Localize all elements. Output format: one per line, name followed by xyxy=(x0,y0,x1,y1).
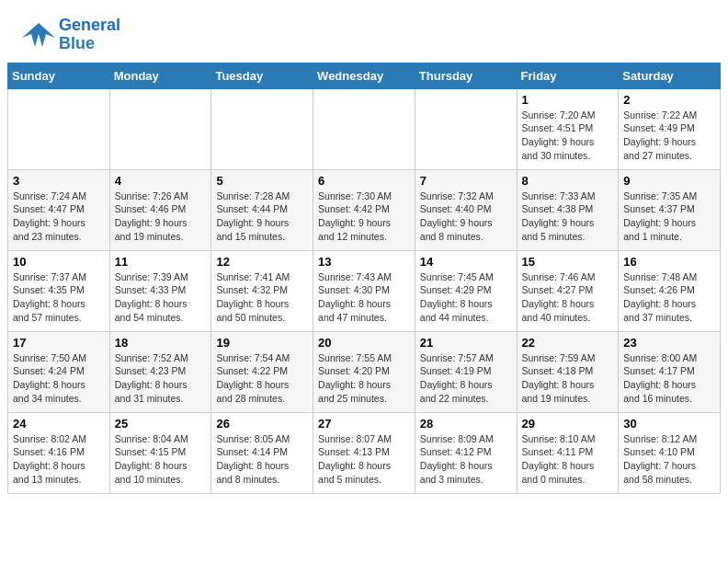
calendar-cell: 29Sunrise: 8:10 AM Sunset: 4:11 PM Dayli… xyxy=(517,412,619,493)
day-info: Sunrise: 7:20 AM Sunset: 4:51 PM Dayligh… xyxy=(522,109,614,163)
calendar-cell: 22Sunrise: 7:59 AM Sunset: 4:18 PM Dayli… xyxy=(517,331,619,412)
day-info: Sunrise: 8:07 AM Sunset: 4:13 PM Dayligh… xyxy=(318,432,410,487)
day-number: 25 xyxy=(115,417,207,431)
calendar-cell xyxy=(313,88,415,169)
calendar-cell: 4Sunrise: 7:26 AM Sunset: 4:46 PM Daylig… xyxy=(109,169,211,250)
calendar-cell: 16Sunrise: 7:48 AM Sunset: 4:26 PM Dayli… xyxy=(619,250,721,331)
day-number: 20 xyxy=(318,336,410,350)
calendar-cell: 19Sunrise: 7:54 AM Sunset: 4:22 PM Dayli… xyxy=(211,331,313,412)
day-info: Sunrise: 7:33 AM Sunset: 4:38 PM Dayligh… xyxy=(522,190,614,244)
day-info: Sunrise: 7:59 AM Sunset: 4:18 PM Dayligh… xyxy=(522,351,614,406)
day-info: Sunrise: 7:26 AM Sunset: 4:46 PM Dayligh… xyxy=(115,190,207,244)
calendar-cell: 9Sunrise: 7:35 AM Sunset: 4:37 PM Daylig… xyxy=(619,169,721,250)
day-info: Sunrise: 7:24 AM Sunset: 4:47 PM Dayligh… xyxy=(13,190,105,244)
day-info: Sunrise: 7:52 AM Sunset: 4:23 PM Dayligh… xyxy=(115,351,207,406)
calendar-cell: 18Sunrise: 7:52 AM Sunset: 4:23 PM Dayli… xyxy=(109,331,211,412)
day-number: 2 xyxy=(623,93,715,107)
day-info: Sunrise: 8:00 AM Sunset: 4:17 PM Dayligh… xyxy=(623,351,715,406)
day-info: Sunrise: 7:32 AM Sunset: 4:40 PM Dayligh… xyxy=(420,190,512,244)
day-number: 18 xyxy=(115,336,207,350)
weekday-header-thursday: Thursday xyxy=(415,63,517,88)
day-info: Sunrise: 7:30 AM Sunset: 4:42 PM Dayligh… xyxy=(318,190,410,244)
calendar-cell xyxy=(415,88,517,169)
day-info: Sunrise: 7:22 AM Sunset: 4:49 PM Dayligh… xyxy=(623,109,715,163)
calendar-cell: 28Sunrise: 8:09 AM Sunset: 4:12 PM Dayli… xyxy=(415,412,517,493)
day-number: 28 xyxy=(420,417,512,431)
calendar-table: SundayMondayTuesdayWednesdayThursdayFrid… xyxy=(7,63,721,494)
calendar-cell: 21Sunrise: 7:57 AM Sunset: 4:19 PM Dayli… xyxy=(415,331,517,412)
svg-marker-0 xyxy=(22,23,55,47)
day-number: 8 xyxy=(522,174,614,188)
calendar-cell: 12Sunrise: 7:41 AM Sunset: 4:32 PM Dayli… xyxy=(211,250,313,331)
day-number: 16 xyxy=(623,255,715,269)
day-info: Sunrise: 7:41 AM Sunset: 4:32 PM Dayligh… xyxy=(216,270,308,325)
day-number: 3 xyxy=(13,174,105,188)
day-number: 6 xyxy=(318,174,410,188)
weekday-header-sunday: Sunday xyxy=(8,63,110,88)
day-number: 21 xyxy=(420,336,512,350)
calendar-cell: 27Sunrise: 8:07 AM Sunset: 4:13 PM Dayli… xyxy=(313,412,415,493)
day-info: Sunrise: 7:48 AM Sunset: 4:26 PM Dayligh… xyxy=(623,270,715,325)
calendar-cell: 8Sunrise: 7:33 AM Sunset: 4:38 PM Daylig… xyxy=(517,169,619,250)
day-info: Sunrise: 8:04 AM Sunset: 4:15 PM Dayligh… xyxy=(115,432,207,487)
day-info: Sunrise: 8:09 AM Sunset: 4:12 PM Dayligh… xyxy=(420,432,512,487)
calendar-cell: 2Sunrise: 7:22 AM Sunset: 4:49 PM Daylig… xyxy=(619,88,721,169)
day-info: Sunrise: 8:10 AM Sunset: 4:11 PM Dayligh… xyxy=(522,432,614,487)
day-info: Sunrise: 7:43 AM Sunset: 4:30 PM Dayligh… xyxy=(318,270,410,325)
day-number: 11 xyxy=(115,255,207,269)
day-number: 22 xyxy=(522,336,614,350)
day-number: 30 xyxy=(623,417,715,431)
day-number: 24 xyxy=(13,417,105,431)
calendar-cell: 11Sunrise: 7:39 AM Sunset: 4:33 PM Dayli… xyxy=(109,250,211,331)
weekday-header-monday: Monday xyxy=(109,63,211,88)
day-info: Sunrise: 7:35 AM Sunset: 4:37 PM Dayligh… xyxy=(623,190,715,244)
day-number: 29 xyxy=(522,417,614,431)
day-number: 10 xyxy=(13,255,105,269)
day-number: 27 xyxy=(318,417,410,431)
calendar-cell: 26Sunrise: 8:05 AM Sunset: 4:14 PM Dayli… xyxy=(211,412,313,493)
day-info: Sunrise: 7:45 AM Sunset: 4:29 PM Dayligh… xyxy=(420,270,512,325)
calendar-cell: 13Sunrise: 7:43 AM Sunset: 4:30 PM Dayli… xyxy=(313,250,415,331)
day-number: 19 xyxy=(216,336,308,350)
header: General Blue xyxy=(0,0,728,63)
calendar-cell: 17Sunrise: 7:50 AM Sunset: 4:24 PM Dayli… xyxy=(8,331,110,412)
day-number: 1 xyxy=(522,93,614,107)
day-info: Sunrise: 7:54 AM Sunset: 4:22 PM Dayligh… xyxy=(216,351,308,406)
calendar-cell: 5Sunrise: 7:28 AM Sunset: 4:44 PM Daylig… xyxy=(211,169,313,250)
day-number: 13 xyxy=(318,255,410,269)
calendar-cell xyxy=(211,88,313,169)
calendar-cell xyxy=(8,88,110,169)
weekday-header-friday: Friday xyxy=(517,63,619,88)
day-info: Sunrise: 7:50 AM Sunset: 4:24 PM Dayligh… xyxy=(13,351,105,406)
calendar-cell: 20Sunrise: 7:55 AM Sunset: 4:20 PM Dayli… xyxy=(313,331,415,412)
day-info: Sunrise: 8:12 AM Sunset: 4:10 PM Dayligh… xyxy=(623,432,715,487)
day-info: Sunrise: 7:55 AM Sunset: 4:20 PM Dayligh… xyxy=(318,351,410,406)
day-number: 26 xyxy=(216,417,308,431)
day-number: 5 xyxy=(216,174,308,188)
day-number: 4 xyxy=(115,174,207,188)
day-number: 17 xyxy=(13,336,105,350)
calendar-cell: 3Sunrise: 7:24 AM Sunset: 4:47 PM Daylig… xyxy=(8,169,110,250)
calendar-cell: 10Sunrise: 7:37 AM Sunset: 4:35 PM Dayli… xyxy=(8,250,110,331)
calendar-cell: 30Sunrise: 8:12 AM Sunset: 4:10 PM Dayli… xyxy=(619,412,721,493)
calendar-cell: 25Sunrise: 8:04 AM Sunset: 4:15 PM Dayli… xyxy=(109,412,211,493)
weekday-header-saturday: Saturday xyxy=(619,63,721,88)
logo-text: General Blue xyxy=(59,17,120,53)
calendar-cell: 23Sunrise: 8:00 AM Sunset: 4:17 PM Dayli… xyxy=(619,331,721,412)
calendar-cell xyxy=(109,88,211,169)
calendar-cell: 7Sunrise: 7:32 AM Sunset: 4:40 PM Daylig… xyxy=(415,169,517,250)
logo: General Blue xyxy=(22,17,120,53)
day-info: Sunrise: 7:39 AM Sunset: 4:33 PM Dayligh… xyxy=(115,270,207,325)
weekday-header-wednesday: Wednesday xyxy=(313,63,415,88)
day-number: 9 xyxy=(623,174,715,188)
day-info: Sunrise: 7:28 AM Sunset: 4:44 PM Dayligh… xyxy=(216,190,308,244)
day-number: 7 xyxy=(420,174,512,188)
day-number: 12 xyxy=(216,255,308,269)
logo-icon xyxy=(22,21,55,49)
day-number: 14 xyxy=(420,255,512,269)
day-number: 23 xyxy=(623,336,715,350)
calendar-cell: 15Sunrise: 7:46 AM Sunset: 4:27 PM Dayli… xyxy=(517,250,619,331)
day-info: Sunrise: 8:05 AM Sunset: 4:14 PM Dayligh… xyxy=(216,432,308,487)
calendar-cell: 24Sunrise: 8:02 AM Sunset: 4:16 PM Dayli… xyxy=(8,412,110,493)
day-info: Sunrise: 7:57 AM Sunset: 4:19 PM Dayligh… xyxy=(420,351,512,406)
